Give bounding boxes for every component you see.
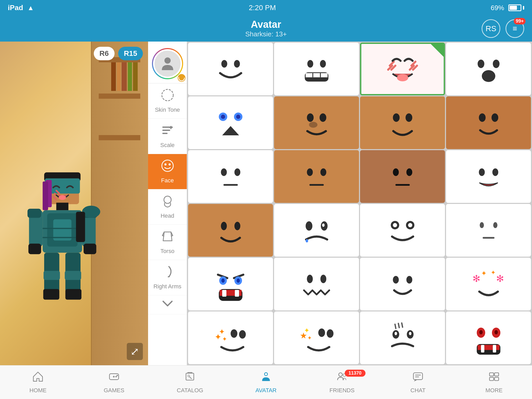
cat-item-face[interactable]: Face (148, 154, 187, 189)
face-cell-19[interactable] (360, 258, 445, 310)
cat-item-avatar[interactable] (148, 44, 187, 83)
face-cell-4[interactable] (446, 43, 531, 95)
expand-button[interactable]: ⤢ (127, 343, 143, 360)
games-icon (108, 371, 120, 385)
svg-point-70 (491, 114, 498, 122)
avatar-wrap (153, 49, 182, 78)
face-cell-11[interactable] (360, 150, 445, 203)
head-icon (161, 195, 174, 210)
face-cell-7[interactable] (360, 96, 445, 149)
right-arms-icon (161, 265, 174, 281)
face-cell-9[interactable] (188, 150, 273, 203)
svg-point-41 (221, 60, 227, 68)
face-cell-10[interactable] (274, 150, 359, 203)
svg-point-90 (393, 223, 397, 227)
device-label: iPad (8, 4, 23, 12)
svg-rect-27 (43, 289, 59, 300)
svg-rect-150 (414, 373, 423, 380)
svg-point-30 (179, 75, 184, 81)
svg-point-132 (479, 330, 483, 334)
svg-point-147 (265, 373, 267, 375)
svg-rect-104 (235, 290, 239, 297)
nav-catalog[interactable]: CATALOG (152, 368, 228, 396)
svg-text:✻: ✻ (473, 274, 480, 284)
svg-rect-9 (56, 203, 69, 210)
face-cell-2[interactable] (274, 43, 359, 95)
nav-more[interactable]: MORE (456, 368, 532, 396)
chevron-down-icon (161, 299, 174, 310)
cat-item-more-arrow[interactable] (148, 295, 187, 314)
robux-label: RS (486, 24, 496, 33)
svg-rect-17 (28, 244, 41, 254)
svg-point-57 (493, 60, 500, 68)
cat-item-right-arms[interactable]: Right Arms (148, 260, 187, 295)
svg-text:✻: ✻ (496, 274, 504, 284)
cat-item-scale[interactable]: Scale (148, 119, 187, 154)
games-label: GAMES (104, 387, 124, 394)
cat-item-head[interactable]: Head (148, 189, 187, 225)
svg-point-64 (307, 114, 314, 122)
scale-label: Scale (160, 142, 175, 149)
face-cell-23[interactable] (360, 311, 445, 364)
face-cell-18[interactable] (274, 258, 359, 310)
svg-point-129 (409, 332, 411, 335)
face-cell-20[interactable]: ✻ ✻ ✦ ✦ (446, 258, 531, 310)
face-cell-12[interactable] (446, 150, 531, 203)
nav-friends[interactable]: 11370 FRIENDS (304, 368, 380, 396)
face-cell-6[interactable] (274, 96, 359, 149)
svg-point-78 (406, 169, 412, 176)
face-cell-24[interactable] (446, 311, 531, 364)
svg-point-93 (493, 222, 497, 228)
notifications-button[interactable]: ≡ 99+ (506, 19, 524, 38)
more-label: MORE (486, 387, 503, 394)
notif-icon: ≡ (513, 24, 517, 33)
nav-games[interactable]: GAMES (76, 368, 152, 396)
svg-point-82 (221, 222, 227, 230)
avatar-icon (155, 51, 181, 77)
face-cell-15[interactable] (360, 204, 445, 257)
face-cell-21[interactable]: ✦ ✦ ✦ (188, 311, 273, 364)
nav-home[interactable]: HOME (0, 368, 76, 396)
r15-button[interactable]: R15 (118, 47, 143, 60)
robux-button[interactable]: RS (482, 19, 500, 38)
svg-point-91 (408, 223, 412, 227)
face-cell-17[interactable] (188, 258, 273, 310)
page-subtitle: Sharksie: 13+ (245, 30, 287, 38)
svg-text:✦: ✦ (304, 327, 310, 334)
status-time: 2:20 PM (249, 4, 276, 12)
face-cell-13[interactable] (188, 204, 273, 257)
svg-point-133 (494, 330, 498, 334)
svg-point-108 (406, 276, 412, 284)
svg-rect-33 (162, 130, 170, 131)
nav-avatar[interactable]: AVATAR (228, 368, 304, 396)
svg-point-128 (395, 332, 397, 335)
face-cell-22[interactable]: ★ ✦ ✦ (274, 311, 359, 364)
shelf-plank-3 (99, 135, 140, 140)
nav-chat[interactable]: CHAT (380, 368, 456, 396)
svg-rect-34 (162, 133, 168, 134)
face-cell-3[interactable] (360, 43, 445, 95)
face-cell-8[interactable] (446, 96, 531, 149)
r6-button[interactable]: R6 (94, 47, 115, 60)
cat-item-skin-tone[interactable]: Skin Tone (148, 83, 187, 119)
face-cell-16[interactable] (446, 204, 531, 257)
friends-badge: 11370 (345, 370, 365, 377)
face-cell-14[interactable] (274, 204, 359, 257)
avatar-nav-label: AVATAR (255, 387, 277, 394)
face-cell-5[interactable] (188, 96, 273, 149)
home-icon (32, 371, 44, 385)
torso-label: Torso (161, 248, 175, 255)
wifi-icon: ▲ (27, 4, 34, 12)
page-title: Avatar (245, 19, 287, 30)
svg-rect-26 (65, 271, 81, 280)
svg-point-81 (492, 169, 498, 176)
svg-point-29 (164, 57, 171, 64)
svg-point-83 (234, 222, 240, 230)
svg-point-107 (393, 276, 399, 284)
svg-rect-16 (28, 209, 41, 218)
svg-rect-4 (43, 182, 48, 210)
face-grid: ✻ ✻ ✦ ✦ ✦ ✦ ✦ ★ ✦ ✦ (187, 42, 532, 365)
cat-item-torso[interactable]: Torso (148, 225, 187, 260)
svg-line-124 (398, 323, 399, 328)
face-cell-1[interactable] (188, 43, 273, 95)
